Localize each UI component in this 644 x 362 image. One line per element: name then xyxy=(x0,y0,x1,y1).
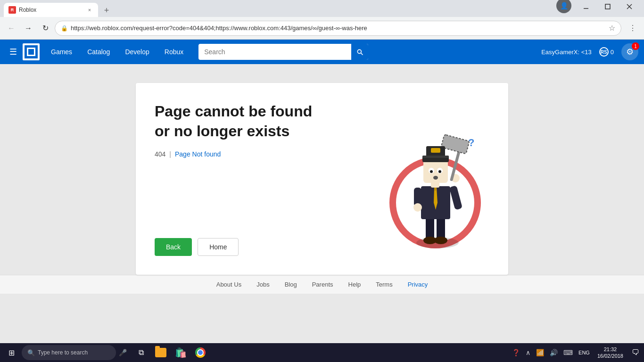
notification-button[interactable]: 🗨 xyxy=(629,346,642,359)
taskbar-clock[interactable]: 21:32 16/02/2018 xyxy=(594,346,627,360)
page-content: Page cannot be found or no longer exists… xyxy=(0,64,644,343)
roblox-logo[interactable] xyxy=(23,43,40,60)
help-icon[interactable]: ❓ xyxy=(510,347,522,358)
hamburger-menu-button[interactable]: ☰ xyxy=(6,43,21,61)
svg-point-18 xyxy=(413,203,422,212)
minimize-button[interactable] xyxy=(575,0,597,14)
taskbar-search-text: Type here to search xyxy=(38,349,88,356)
error-buttons: Back Home xyxy=(155,238,376,256)
language-label: ENG xyxy=(577,348,592,357)
network-icon[interactable]: 📶 xyxy=(534,347,546,358)
chrome-icon xyxy=(195,347,206,358)
tab-title: Roblox xyxy=(19,7,83,13)
robux-icon: RS xyxy=(599,47,609,57)
keyboard-icon[interactable]: ⌨ xyxy=(561,347,575,358)
task-view-button[interactable]: ⧉ xyxy=(132,343,150,362)
settings-button[interactable]: ⚙ 1 xyxy=(621,43,638,60)
windows-icon: ⊞ xyxy=(8,348,15,357)
search-input[interactable] xyxy=(198,48,351,56)
footer: About Us Jobs Blog Parents Help Terms Pr… xyxy=(0,275,644,294)
roblox-navbar: ☰ Games Catalog Develop Robux EasyG xyxy=(0,40,644,64)
nav-link-robux[interactable]: Robux xyxy=(157,40,191,64)
svg-text:?: ? xyxy=(468,137,474,148)
username-label: EasyGamerX: <13 xyxy=(541,49,592,56)
back-button[interactable]: ← xyxy=(4,21,19,36)
svg-rect-1 xyxy=(605,4,610,9)
svg-point-30 xyxy=(433,176,438,180)
error-heading: Page cannot be found or no longer exists xyxy=(155,102,376,141)
footer-link-help[interactable]: Help xyxy=(348,281,361,288)
task-view-icon: ⧉ xyxy=(139,348,144,357)
robux-button[interactable]: RS 0 xyxy=(595,45,618,58)
tab-close-button[interactable]: × xyxy=(86,6,93,14)
svg-point-29 xyxy=(438,170,441,173)
svg-rect-6 xyxy=(28,49,34,55)
back-button[interactable]: Back xyxy=(155,238,192,256)
forward-button[interactable]: → xyxy=(21,21,36,36)
nav-links: Games Catalog Develop Robux xyxy=(43,40,191,64)
tab-favicon: R xyxy=(8,6,16,14)
error-code-line: 404 | Page Not found xyxy=(155,150,376,158)
page-not-found-link[interactable]: Page Not found xyxy=(175,150,221,158)
svg-rect-34 xyxy=(431,148,440,153)
bookmark-icon[interactable]: ☆ xyxy=(609,24,615,33)
store-button[interactable]: 🛍️ xyxy=(171,343,190,362)
footer-link-about[interactable]: About Us xyxy=(216,281,241,288)
volume-icon[interactable]: 🔊 xyxy=(548,347,560,358)
taskbar-right: ❓ ∧ 📶 🔊 ⌨ ENG 21:32 16/02/2018 🗨 xyxy=(510,346,642,360)
footer-link-privacy[interactable]: Privacy xyxy=(408,281,428,288)
profile-button[interactable]: 👤 xyxy=(556,0,571,13)
footer-link-parents[interactable]: Parents xyxy=(312,281,333,288)
notification-badge: 1 xyxy=(632,42,639,50)
chrome-button[interactable] xyxy=(191,343,210,362)
code-divider: | xyxy=(169,150,171,158)
svg-point-12 xyxy=(434,237,447,244)
error-card: Page cannot be found or no longer exists… xyxy=(136,83,508,275)
close-button[interactable] xyxy=(619,0,640,14)
svg-rect-16 xyxy=(449,185,462,210)
search-button[interactable] xyxy=(351,44,368,60)
taskbar: ⊞ 🔍 Type here to search 🎤 ⧉ 🛍️ ❓ ∧ 📶 xyxy=(0,343,644,362)
browser-menu-button[interactable]: ⋮ xyxy=(625,21,640,36)
error-illustration: ? xyxy=(376,102,489,256)
secure-icon: 🔒 xyxy=(61,25,68,32)
maximize-button[interactable] xyxy=(597,0,619,14)
address-bar: ← → ↻ 🔒 https://web.roblox.com/request-e… xyxy=(0,17,644,40)
browser-tab[interactable]: R Roblox × xyxy=(4,3,98,17)
title-bar: R Roblox × + 👤 xyxy=(0,0,644,17)
taskbar-apps: ⧉ 🛍️ xyxy=(132,343,210,362)
url-bar[interactable]: 🔒 https://web.roblox.com/request-error?c… xyxy=(55,21,621,36)
file-explorer-button[interactable] xyxy=(151,343,170,362)
url-text: https://web.roblox.com/request-error?cod… xyxy=(71,25,606,32)
svg-point-28 xyxy=(430,170,433,173)
folder-icon xyxy=(155,348,166,357)
search-bar xyxy=(198,44,368,60)
new-tab-button[interactable]: + xyxy=(100,4,113,17)
taskbar-search[interactable]: 🔍 Type here to search xyxy=(22,345,116,360)
error-text-section: Page cannot be found or no longer exists… xyxy=(155,102,376,256)
refresh-button[interactable]: ↻ xyxy=(38,21,53,36)
footer-link-blog[interactable]: Blog xyxy=(285,281,297,288)
nav-link-catalog[interactable]: Catalog xyxy=(80,40,117,64)
nav-link-develop[interactable]: Develop xyxy=(117,40,157,64)
footer-link-terms[interactable]: Terms xyxy=(376,281,392,288)
svg-rect-33 xyxy=(422,156,449,158)
nav-link-games[interactable]: Games xyxy=(43,40,80,64)
start-button[interactable]: ⊞ xyxy=(2,343,21,362)
home-button[interactable]: Home xyxy=(198,238,239,256)
nav-right: EasyGamerX: <13 RS 0 ⚙ 1 xyxy=(541,43,638,60)
error-code: 404 xyxy=(155,150,165,158)
chevron-up-icon[interactable]: ∧ xyxy=(524,347,532,358)
store-icon: 🛍️ xyxy=(175,347,187,358)
error-character-svg: ? xyxy=(381,108,485,250)
footer-link-jobs[interactable]: Jobs xyxy=(256,281,269,288)
microphone-icon[interactable]: 🎤 xyxy=(117,349,129,356)
taskbar-search-icon: 🔍 xyxy=(27,349,35,356)
